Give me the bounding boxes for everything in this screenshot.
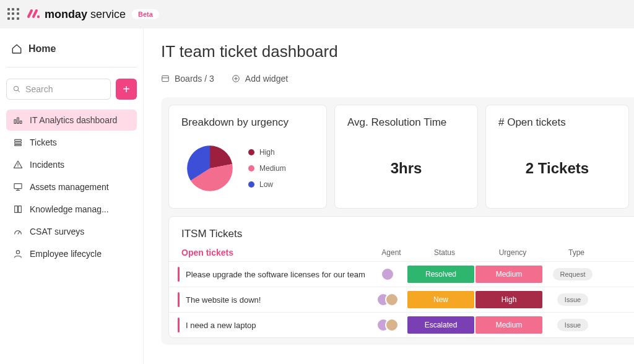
sidebar-item-it-analytics-dashboard[interactable]: IT Analytics dashboard xyxy=(6,110,137,131)
type-chip: Issue xyxy=(557,293,588,306)
avatar[interactable] xyxy=(385,293,399,306)
warning-icon xyxy=(12,159,24,170)
urgency-pill[interactable]: Medium xyxy=(476,316,542,334)
card-title: # Open tickets xyxy=(498,116,616,129)
col-agent: Agent xyxy=(372,248,410,257)
agent-cell[interactable] xyxy=(368,267,407,281)
sidebar-item-label: IT Analytics dashboard xyxy=(30,115,117,125)
svg-line-2 xyxy=(18,90,20,92)
legend-label: Medium xyxy=(259,164,286,173)
col-type: Type xyxy=(547,248,606,257)
avatar[interactable] xyxy=(385,318,399,332)
sidebar-item-csat-surveys[interactable]: CSAT surveys xyxy=(6,221,137,242)
add-widget-label: Add widget xyxy=(245,74,288,84)
sidebar-item-label: Incidents xyxy=(30,160,64,170)
urgency-pill[interactable]: Medium xyxy=(476,266,542,283)
boards-icon xyxy=(161,74,170,83)
boards-switcher[interactable]: Boards / 3 xyxy=(161,74,214,84)
pie-chart xyxy=(181,140,238,197)
search-input-wrap[interactable] xyxy=(6,79,111,100)
home-icon xyxy=(11,43,22,54)
sidebar-item-label: Knowledge manag... xyxy=(30,204,109,214)
type-cell[interactable]: Issue xyxy=(543,293,602,306)
agent-cell[interactable] xyxy=(368,318,407,332)
urgency-pill[interactable]: High xyxy=(476,291,542,308)
nav: IT Analytics dashboardTicketsIncidentsAs… xyxy=(6,110,137,264)
legend-item-medium: Medium xyxy=(248,164,286,173)
beta-badge: Beta xyxy=(132,9,159,19)
add-widget-button[interactable]: Add widget xyxy=(232,74,288,84)
table-row[interactable]: Please upgrade the software licenses for… xyxy=(169,261,634,287)
row-marker xyxy=(178,267,180,282)
sidebar-item-tickets[interactable]: Tickets xyxy=(6,132,137,153)
sidebar-item-label: Assets management xyxy=(30,182,109,192)
page-title: IT team ticket dashboard xyxy=(161,42,634,61)
legend-dot-icon xyxy=(248,181,254,188)
search-input[interactable] xyxy=(25,84,104,94)
brand[interactable]: monday service Beta xyxy=(26,7,159,22)
add-button[interactable]: + xyxy=(116,79,137,100)
status-pill[interactable]: Escalated xyxy=(407,316,474,334)
gauge-icon xyxy=(12,226,24,237)
section-name[interactable]: Open tickets xyxy=(181,248,372,258)
monitor-icon xyxy=(12,181,24,193)
svg-rect-4 xyxy=(17,118,19,123)
toolbar: Boards / 3 Add widget xyxy=(161,74,634,84)
card-open-tickets[interactable]: # Open tickets 2 Tickets xyxy=(485,105,629,209)
card-title: ITSM Tickets xyxy=(169,228,634,248)
plus-circle-icon xyxy=(232,74,240,83)
svg-line-14 xyxy=(18,232,20,234)
svg-rect-5 xyxy=(20,121,22,123)
ticket-title: Please upgrade the software licenses for… xyxy=(186,270,368,279)
svg-rect-6 xyxy=(15,139,22,141)
card-avg-resolution[interactable]: Avg. Resolution Time 3hrs xyxy=(334,105,478,209)
svg-point-1 xyxy=(14,86,19,90)
status-pill[interactable]: Resolved xyxy=(407,266,474,283)
sidebar-item-label: CSAT surveys xyxy=(30,227,84,236)
main: IT team ticket dashboard Boards / 3 Add … xyxy=(144,28,634,364)
type-cell[interactable]: Issue xyxy=(543,319,602,331)
card-value: 2 Tickets xyxy=(498,160,616,177)
ticket-title: The website is down! xyxy=(186,295,368,305)
svg-point-15 xyxy=(16,251,19,254)
bar-chart-icon xyxy=(12,115,24,126)
pie-legend: HighMediumLow xyxy=(248,148,286,189)
legend-dot-icon xyxy=(248,165,254,171)
legend-item-low: Low xyxy=(248,180,286,189)
avatar[interactable] xyxy=(381,267,394,281)
sidebar-item-label: Employee lifecycle xyxy=(30,249,102,259)
brand-logo-icon xyxy=(26,7,41,22)
card-itsm-tickets[interactable]: ITSM Tickets Open tickets Agent Status U… xyxy=(168,216,634,338)
table-row[interactable]: The website is down!NewHighIssue xyxy=(169,287,634,312)
sidebar-item-employee-lifecycle[interactable]: Employee lifecycle xyxy=(6,243,137,264)
card-breakdown-urgency[interactable]: Breakdown by urgency HighMediumLow xyxy=(168,105,327,209)
search-icon xyxy=(13,85,20,93)
type-cell[interactable]: Request xyxy=(543,268,602,280)
type-chip: Request xyxy=(553,268,593,280)
sidebar-item-assets-management[interactable]: Assets management xyxy=(6,176,137,197)
legend-dot-icon xyxy=(248,149,254,155)
card-title: Breakdown by urgency xyxy=(181,116,314,129)
legend-label: High xyxy=(259,148,275,157)
row-marker xyxy=(178,292,180,307)
svg-point-10 xyxy=(17,167,18,167)
ticket-title: I need a new laptop xyxy=(186,321,368,330)
home-link[interactable]: Home xyxy=(6,40,137,58)
apps-grid-icon[interactable] xyxy=(7,8,20,20)
sidebar-item-knowledge-manag[interactable]: Knowledge manag... xyxy=(6,199,137,220)
agent-cell[interactable] xyxy=(368,293,407,306)
svg-rect-8 xyxy=(15,144,22,145)
svg-rect-11 xyxy=(14,184,22,189)
svg-rect-3 xyxy=(14,119,16,123)
col-urgency: Urgency xyxy=(479,248,547,257)
topbar: monday service Beta xyxy=(0,0,634,28)
home-label: Home xyxy=(28,43,56,54)
table-row[interactable]: I need a new laptopEscalatedMediumIssue xyxy=(169,312,634,337)
card-title: Avg. Resolution Time xyxy=(347,116,465,129)
brand-text: monday service xyxy=(45,8,126,21)
legend-label: Low xyxy=(259,180,273,189)
sidebar-item-incidents[interactable]: Incidents xyxy=(6,154,137,175)
card-value: 3hrs xyxy=(347,160,465,177)
status-pill[interactable]: New xyxy=(407,291,474,308)
type-chip: Issue xyxy=(557,319,588,331)
